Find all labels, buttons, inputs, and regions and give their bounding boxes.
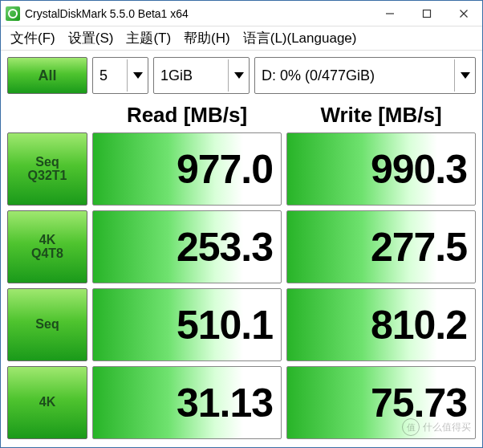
window-title: CrystalDiskMark 5.5.0 Beta1 x64: [25, 7, 189, 20]
test-label-line1: 4K: [39, 396, 55, 409]
test-label-line2: Q32T1: [28, 169, 67, 183]
test-button-4k[interactable]: 4K: [7, 366, 87, 439]
svg-rect-1: [424, 10, 431, 17]
read-value: 510.1: [92, 288, 282, 361]
menubar: 文件(F) 设置(S) 主题(T) 帮助(H) 语言(L)(Language): [1, 26, 482, 51]
test-button-4k-q4t8[interactable]: 4K Q4T8: [7, 210, 87, 283]
test-label-line1: Seq: [35, 318, 59, 332]
runs-value: 5: [99, 67, 108, 84]
runs-select[interactable]: 5: [92, 57, 148, 94]
menu-file[interactable]: 文件(F): [6, 27, 60, 49]
chevron-down-icon: [454, 59, 473, 92]
app-icon: [6, 6, 20, 21]
menu-theme[interactable]: 主题(T): [121, 27, 176, 49]
write-value: 277.5: [286, 210, 476, 283]
close-button[interactable]: [445, 1, 482, 26]
write-value: 75.73: [286, 366, 476, 439]
menu-settings[interactable]: 设置(S): [63, 27, 119, 49]
results-grid: Seq Q32T1 977.0 990.3 4K Q4T8 253.3 277.…: [7, 132, 476, 439]
read-value: 253.3: [92, 210, 282, 283]
maximize-button[interactable]: [408, 1, 445, 26]
test-button-seq-q32t1[interactable]: Seq Q32T1: [7, 132, 87, 206]
test-label-line1: 4K: [39, 234, 55, 247]
content-area: All 5 1GiB D: 0% (0/477GiB) Read [MB/s] …: [1, 51, 482, 447]
controls-row: All 5 1GiB D: 0% (0/477GiB): [7, 57, 476, 94]
read-value: 977.0: [92, 132, 282, 206]
drive-select[interactable]: D: 0% (0/477GiB): [254, 57, 476, 94]
chevron-down-icon: [127, 59, 146, 92]
write-value: 990.3: [286, 132, 476, 206]
titlebar: CrystalDiskMark 5.5.0 Beta1 x64: [1, 1, 482, 26]
column-headers: Read [MB/s] Write [MB/s]: [7, 99, 476, 131]
test-label-line2: Q4T8: [31, 247, 63, 261]
read-value: 31.13: [92, 366, 282, 439]
all-button[interactable]: All: [7, 57, 87, 94]
menu-language[interactable]: 语言(L)(Language): [238, 27, 362, 49]
write-value: 810.2: [286, 288, 476, 361]
size-select[interactable]: 1GiB: [153, 57, 250, 94]
write-header: Write [MB/s]: [286, 99, 476, 131]
chevron-down-icon: [228, 59, 247, 92]
read-header: Read [MB/s]: [92, 99, 282, 131]
drive-value: D: 0% (0/477GiB): [262, 67, 375, 84]
menu-help[interactable]: 帮助(H): [179, 27, 235, 49]
test-button-seq[interactable]: Seq: [7, 288, 87, 361]
size-value: 1GiB: [160, 67, 193, 84]
minimize-button[interactable]: [371, 1, 408, 26]
app-window: CrystalDiskMark 5.5.0 Beta1 x64 文件(F) 设置…: [0, 0, 483, 448]
test-label-line1: Seq: [35, 156, 59, 169]
